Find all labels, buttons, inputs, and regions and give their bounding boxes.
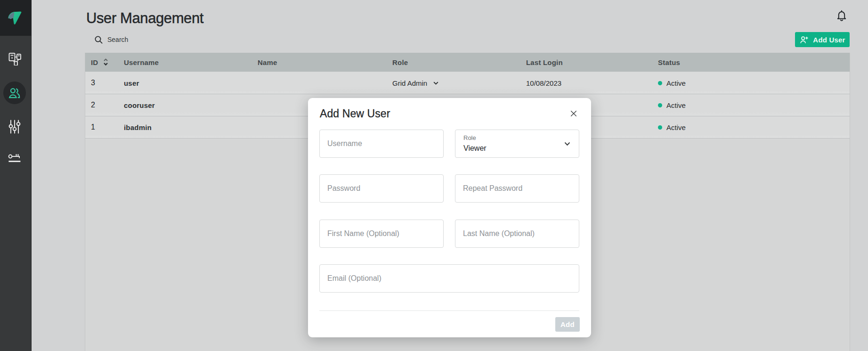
sidebar-item-settings[interactable]	[0, 115, 32, 138]
bell-icon	[835, 9, 849, 23]
chevron-down-icon	[564, 142, 570, 146]
status-label: Active	[666, 101, 686, 109]
add-user-label: Add User	[813, 36, 845, 44]
search-icon	[94, 35, 103, 44]
email-field[interactable]	[319, 264, 579, 293]
close-icon	[570, 110, 577, 117]
users-icon	[8, 87, 21, 99]
column-header-username[interactable]: Username	[124, 53, 159, 72]
table-header-row: ID Username Name Role Last Login Status	[85, 53, 850, 72]
cell-id: 3	[91, 72, 95, 94]
modal-title: Add New User	[320, 107, 390, 120]
cell-last-login: 10/08/2023	[526, 72, 561, 94]
cell-status: Active	[658, 116, 686, 138]
cell-username: cooruser	[124, 94, 155, 116]
chevron-down-icon	[433, 82, 438, 85]
sidebar-item-users[interactable]	[0, 82, 32, 104]
search-input[interactable]	[107, 36, 268, 43]
role-dropdown-value: Grid Admin	[392, 79, 427, 87]
search-box	[94, 33, 283, 46]
sort-icon[interactable]	[103, 58, 108, 66]
first-name-field[interactable]	[319, 220, 444, 248]
password-field[interactable]	[319, 174, 444, 203]
role-select[interactable]: Role Viewer	[455, 130, 579, 158]
sidebar-item-topology[interactable]	[0, 47, 32, 70]
cell-status: Active	[658, 72, 686, 94]
app-logo[interactable]	[0, 0, 32, 36]
status-dot	[658, 103, 662, 107]
role-select-label: Role	[463, 134, 476, 141]
status-dot	[658, 81, 662, 85]
status-label: Active	[666, 79, 686, 87]
active-nav-highlight	[3, 82, 26, 104]
app-window: User Management Add User ID	[0, 0, 868, 351]
column-header-status[interactable]: Status	[658, 53, 680, 72]
cell-username: ibadmin	[124, 116, 152, 138]
sliders-icon	[8, 120, 21, 134]
page-title: User Management	[86, 10, 203, 27]
cell-id: 2	[91, 94, 95, 116]
modal-divider	[319, 310, 579, 311]
status-dot	[658, 125, 662, 130]
cell-username: user	[124, 72, 139, 94]
role-select-value: Viewer	[463, 144, 487, 153]
column-header-last-login[interactable]: Last Login	[526, 53, 563, 72]
cell-role: Grid Admin	[392, 72, 438, 94]
role-dropdown[interactable]: Grid Admin	[392, 79, 438, 87]
sidebar	[0, 0, 32, 351]
cell-status: Active	[658, 94, 686, 116]
column-header-role[interactable]: Role	[392, 53, 408, 72]
status-label: Active	[666, 123, 686, 131]
sidebar-item-keys[interactable]	[0, 148, 32, 171]
column-header-id[interactable]: ID	[91, 53, 98, 72]
modal-close-button[interactable]	[567, 107, 580, 120]
logo-icon	[8, 11, 22, 25]
add-submit-button[interactable]: Add	[555, 317, 580, 332]
key-icon	[8, 153, 22, 165]
topology-icon	[8, 51, 22, 65]
last-name-field[interactable]	[455, 220, 579, 248]
column-header-name[interactable]: Name	[258, 53, 277, 72]
cell-id: 1	[91, 116, 95, 138]
username-field[interactable]	[319, 130, 444, 158]
repeat-password-field[interactable]	[455, 174, 579, 203]
notifications-bell-button[interactable]	[835, 9, 849, 23]
add-user-button[interactable]: Add User	[795, 32, 850, 47]
add-user-icon	[799, 35, 809, 44]
table-row[interactable]: 3 user Grid Admin 10/08/2023 Active	[85, 72, 850, 94]
